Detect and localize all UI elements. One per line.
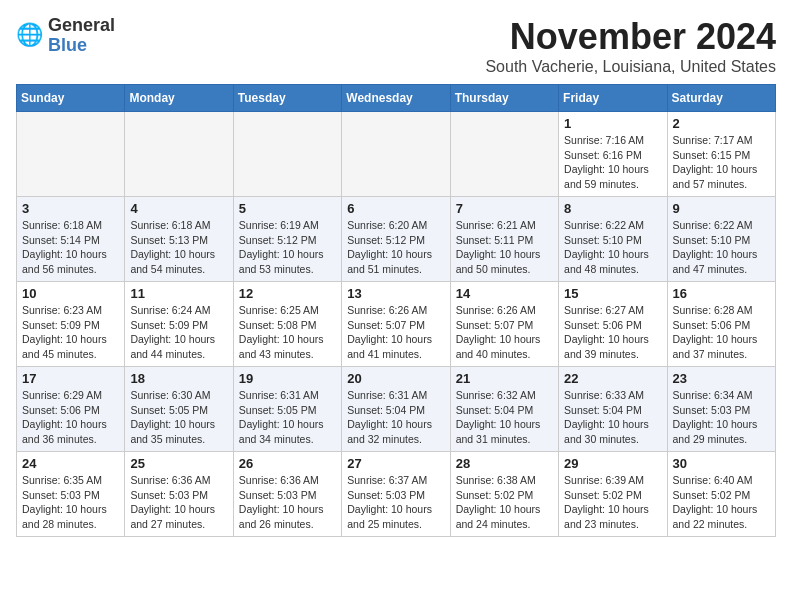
location-title: South Vacherie, Louisiana, United States	[485, 58, 776, 76]
day-cell	[233, 112, 341, 197]
day-number: 13	[347, 286, 444, 301]
day-number: 15	[564, 286, 661, 301]
day-info: Sunrise: 7:16 AM Sunset: 6:16 PM Dayligh…	[564, 133, 661, 192]
day-number: 29	[564, 456, 661, 471]
day-info: Sunrise: 6:18 AM Sunset: 5:14 PM Dayligh…	[22, 218, 119, 277]
logo-text: General Blue	[48, 16, 115, 56]
day-info: Sunrise: 6:32 AM Sunset: 5:04 PM Dayligh…	[456, 388, 553, 447]
day-info: Sunrise: 6:33 AM Sunset: 5:04 PM Dayligh…	[564, 388, 661, 447]
day-info: Sunrise: 6:24 AM Sunset: 5:09 PM Dayligh…	[130, 303, 227, 362]
weekday-header-sunday: Sunday	[17, 85, 125, 112]
day-cell: 20Sunrise: 6:31 AM Sunset: 5:04 PM Dayli…	[342, 367, 450, 452]
week-row-5: 24Sunrise: 6:35 AM Sunset: 5:03 PM Dayli…	[17, 452, 776, 537]
weekday-header-row: SundayMondayTuesdayWednesdayThursdayFrid…	[17, 85, 776, 112]
weekday-header-wednesday: Wednesday	[342, 85, 450, 112]
day-cell: 6Sunrise: 6:20 AM Sunset: 5:12 PM Daylig…	[342, 197, 450, 282]
day-cell: 30Sunrise: 6:40 AM Sunset: 5:02 PM Dayli…	[667, 452, 775, 537]
day-number: 24	[22, 456, 119, 471]
day-number: 5	[239, 201, 336, 216]
svg-text:🌐: 🌐	[16, 22, 44, 48]
page-header: 🌐 General Blue November 2024 South Vache…	[16, 16, 776, 76]
day-number: 3	[22, 201, 119, 216]
day-number: 8	[564, 201, 661, 216]
day-number: 23	[673, 371, 770, 386]
day-cell	[17, 112, 125, 197]
day-cell: 18Sunrise: 6:30 AM Sunset: 5:05 PM Dayli…	[125, 367, 233, 452]
day-info: Sunrise: 6:26 AM Sunset: 5:07 PM Dayligh…	[456, 303, 553, 362]
day-cell: 3Sunrise: 6:18 AM Sunset: 5:14 PM Daylig…	[17, 197, 125, 282]
day-info: Sunrise: 6:19 AM Sunset: 5:12 PM Dayligh…	[239, 218, 336, 277]
day-cell: 15Sunrise: 6:27 AM Sunset: 5:06 PM Dayli…	[559, 282, 667, 367]
day-info: Sunrise: 6:30 AM Sunset: 5:05 PM Dayligh…	[130, 388, 227, 447]
day-cell: 22Sunrise: 6:33 AM Sunset: 5:04 PM Dayli…	[559, 367, 667, 452]
day-info: Sunrise: 6:36 AM Sunset: 5:03 PM Dayligh…	[239, 473, 336, 532]
day-number: 18	[130, 371, 227, 386]
day-number: 10	[22, 286, 119, 301]
day-cell: 28Sunrise: 6:38 AM Sunset: 5:02 PM Dayli…	[450, 452, 558, 537]
day-info: Sunrise: 6:27 AM Sunset: 5:06 PM Dayligh…	[564, 303, 661, 362]
day-info: Sunrise: 6:29 AM Sunset: 5:06 PM Dayligh…	[22, 388, 119, 447]
day-info: Sunrise: 6:35 AM Sunset: 5:03 PM Dayligh…	[22, 473, 119, 532]
day-info: Sunrise: 6:23 AM Sunset: 5:09 PM Dayligh…	[22, 303, 119, 362]
day-info: Sunrise: 6:37 AM Sunset: 5:03 PM Dayligh…	[347, 473, 444, 532]
day-info: Sunrise: 6:34 AM Sunset: 5:03 PM Dayligh…	[673, 388, 770, 447]
day-number: 17	[22, 371, 119, 386]
day-number: 21	[456, 371, 553, 386]
day-number: 7	[456, 201, 553, 216]
day-number: 20	[347, 371, 444, 386]
day-cell: 24Sunrise: 6:35 AM Sunset: 5:03 PM Dayli…	[17, 452, 125, 537]
day-number: 30	[673, 456, 770, 471]
day-cell: 12Sunrise: 6:25 AM Sunset: 5:08 PM Dayli…	[233, 282, 341, 367]
day-cell	[342, 112, 450, 197]
weekday-header-thursday: Thursday	[450, 85, 558, 112]
day-cell: 9Sunrise: 6:22 AM Sunset: 5:10 PM Daylig…	[667, 197, 775, 282]
day-cell: 1Sunrise: 7:16 AM Sunset: 6:16 PM Daylig…	[559, 112, 667, 197]
month-title: November 2024	[485, 16, 776, 58]
day-number: 16	[673, 286, 770, 301]
day-cell: 21Sunrise: 6:32 AM Sunset: 5:04 PM Dayli…	[450, 367, 558, 452]
weekday-header-tuesday: Tuesday	[233, 85, 341, 112]
day-info: Sunrise: 6:20 AM Sunset: 5:12 PM Dayligh…	[347, 218, 444, 277]
day-cell: 10Sunrise: 6:23 AM Sunset: 5:09 PM Dayli…	[17, 282, 125, 367]
day-info: Sunrise: 6:31 AM Sunset: 5:04 PM Dayligh…	[347, 388, 444, 447]
logo: 🌐 General Blue	[16, 16, 115, 56]
logo-icon: 🌐	[16, 22, 44, 50]
day-number: 2	[673, 116, 770, 131]
day-cell: 16Sunrise: 6:28 AM Sunset: 5:06 PM Dayli…	[667, 282, 775, 367]
day-cell: 29Sunrise: 6:39 AM Sunset: 5:02 PM Dayli…	[559, 452, 667, 537]
day-info: Sunrise: 6:39 AM Sunset: 5:02 PM Dayligh…	[564, 473, 661, 532]
week-row-3: 10Sunrise: 6:23 AM Sunset: 5:09 PM Dayli…	[17, 282, 776, 367]
day-cell: 14Sunrise: 6:26 AM Sunset: 5:07 PM Dayli…	[450, 282, 558, 367]
day-info: Sunrise: 6:25 AM Sunset: 5:08 PM Dayligh…	[239, 303, 336, 362]
weekday-header-saturday: Saturday	[667, 85, 775, 112]
day-number: 25	[130, 456, 227, 471]
day-cell: 7Sunrise: 6:21 AM Sunset: 5:11 PM Daylig…	[450, 197, 558, 282]
day-number: 11	[130, 286, 227, 301]
day-number: 26	[239, 456, 336, 471]
day-number: 14	[456, 286, 553, 301]
day-cell	[125, 112, 233, 197]
week-row-1: 1Sunrise: 7:16 AM Sunset: 6:16 PM Daylig…	[17, 112, 776, 197]
weekday-header-monday: Monday	[125, 85, 233, 112]
day-info: Sunrise: 7:17 AM Sunset: 6:15 PM Dayligh…	[673, 133, 770, 192]
calendar-table: SundayMondayTuesdayWednesdayThursdayFrid…	[16, 84, 776, 537]
title-area: November 2024 South Vacherie, Louisiana,…	[485, 16, 776, 76]
day-number: 27	[347, 456, 444, 471]
day-number: 22	[564, 371, 661, 386]
week-row-2: 3Sunrise: 6:18 AM Sunset: 5:14 PM Daylig…	[17, 197, 776, 282]
day-info: Sunrise: 6:40 AM Sunset: 5:02 PM Dayligh…	[673, 473, 770, 532]
weekday-header-friday: Friday	[559, 85, 667, 112]
day-info: Sunrise: 6:22 AM Sunset: 5:10 PM Dayligh…	[673, 218, 770, 277]
day-number: 1	[564, 116, 661, 131]
day-number: 9	[673, 201, 770, 216]
day-cell: 26Sunrise: 6:36 AM Sunset: 5:03 PM Dayli…	[233, 452, 341, 537]
logo-blue: Blue	[48, 36, 115, 56]
day-cell: 17Sunrise: 6:29 AM Sunset: 5:06 PM Dayli…	[17, 367, 125, 452]
day-cell: 23Sunrise: 6:34 AM Sunset: 5:03 PM Dayli…	[667, 367, 775, 452]
week-row-4: 17Sunrise: 6:29 AM Sunset: 5:06 PM Dayli…	[17, 367, 776, 452]
day-number: 19	[239, 371, 336, 386]
day-number: 4	[130, 201, 227, 216]
day-cell: 25Sunrise: 6:36 AM Sunset: 5:03 PM Dayli…	[125, 452, 233, 537]
logo-general: General	[48, 16, 115, 36]
day-info: Sunrise: 6:38 AM Sunset: 5:02 PM Dayligh…	[456, 473, 553, 532]
